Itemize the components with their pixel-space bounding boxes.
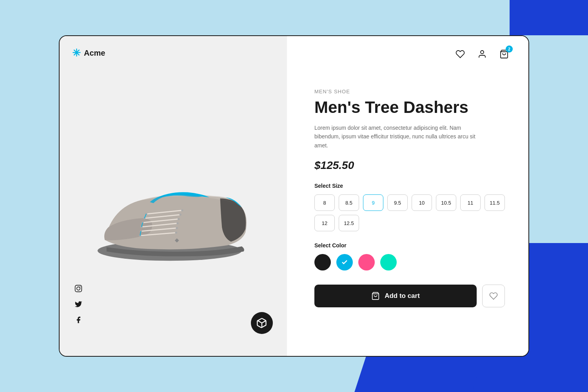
size-11-5[interactable]: 11.5 [485, 194, 505, 211]
size-12-5[interactable]: 12.5 [339, 215, 359, 231]
svg-point-13 [181, 209, 183, 212]
product-card: ✳ Acme [59, 35, 529, 357]
right-panel: 2 Men's Shoe Men's Tree Dashers Lorem ip… [287, 36, 528, 356]
cart-btn-icon [371, 292, 380, 300]
wishlist-button[interactable] [482, 285, 505, 307]
user-icon[interactable] [475, 47, 489, 61]
size-9-5[interactable]: 9.5 [387, 194, 408, 211]
brand-logo: ✳ Acme [72, 47, 105, 59]
color-blue[interactable] [336, 254, 353, 270]
cart-badge: 2 [506, 45, 513, 53]
size-8-5[interactable]: 8.5 [339, 194, 359, 211]
svg-point-16 [176, 222, 179, 225]
size-9[interactable]: 9 [363, 194, 383, 211]
svg-point-27 [481, 51, 484, 54]
svg-point-14 [180, 214, 182, 216]
left-panel: ✳ Acme [60, 36, 287, 356]
svg-rect-23 [75, 285, 82, 292]
cart-icon[interactable]: 2 [497, 47, 511, 61]
add-to-cart-button[interactable]: Add to cart [314, 285, 477, 307]
size-label: Select Size [314, 183, 505, 189]
color-row [314, 254, 505, 270]
twitter-icon[interactable] [74, 299, 83, 309]
size-10[interactable]: 10 [412, 194, 432, 211]
svg-point-25 [80, 286, 81, 287]
brand-icon: ✳ [72, 47, 81, 59]
product-image: ◆ [79, 122, 267, 286]
social-icons [74, 284, 83, 325]
size-grid: 8 8.5 9 9.5 10 10.5 11 11.5 12 12.5 [314, 194, 505, 231]
wishlist-header-icon[interactable] [453, 47, 467, 61]
product-title: Men's Tree Dashers [314, 98, 505, 116]
heart-icon [489, 292, 498, 300]
instagram-icon[interactable] [74, 284, 83, 293]
product-category: Men's Shoe [314, 89, 505, 94]
header-icons: 2 [453, 47, 511, 61]
size-11[interactable]: 11 [460, 194, 481, 211]
ar-view-button[interactable] [251, 312, 273, 334]
svg-point-24 [77, 287, 80, 290]
size-10-5[interactable]: 10.5 [436, 194, 456, 211]
color-black[interactable] [314, 254, 331, 270]
facebook-icon[interactable] [74, 315, 83, 325]
action-row: Add to cart [314, 285, 505, 307]
color-pink[interactable] [358, 254, 375, 270]
svg-text:◆: ◆ [174, 237, 179, 243]
add-to-cart-label: Add to cart [385, 292, 420, 300]
size-8[interactable]: 8 [314, 194, 335, 211]
product-description: Lorem ipsum dolor sit amet, consectetur … [314, 123, 479, 150]
svg-point-18 [175, 232, 178, 234]
color-label: Select Color [314, 242, 505, 249]
size-12[interactable]: 12 [314, 215, 335, 231]
svg-point-17 [176, 227, 178, 229]
color-teal[interactable] [380, 254, 397, 270]
svg-point-15 [178, 218, 180, 220]
brand-name: Acme [84, 49, 105, 58]
product-price: $125.50 [314, 159, 505, 172]
